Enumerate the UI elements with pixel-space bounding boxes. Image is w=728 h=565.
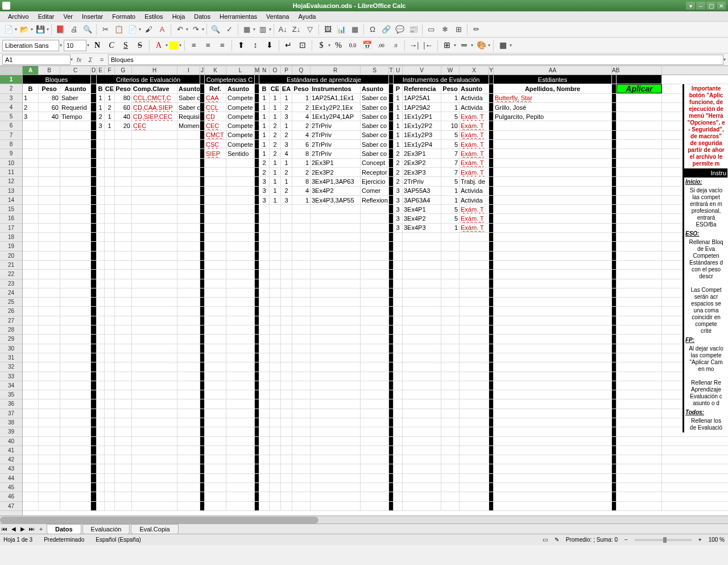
cell[interactable] [200, 121, 205, 130]
cell[interactable] [441, 446, 460, 455]
cell[interactable] [115, 307, 132, 315]
cell[interactable] [617, 455, 662, 464]
cell[interactable]: 1 [270, 177, 281, 185]
dropdown-icon[interactable]: ▾ [471, 43, 473, 48]
cell[interactable] [361, 418, 389, 427]
cell[interactable] [311, 335, 361, 343]
cell[interactable] [259, 427, 270, 436]
cell[interactable]: 2 [270, 131, 281, 139]
sheet-tab-evaluación[interactable]: Evaluación [82, 524, 130, 534]
cell[interactable] [91, 214, 97, 222]
cell[interactable]: CEC [132, 121, 177, 130]
cell[interactable] [281, 288, 292, 297]
column-header[interactable]: O [270, 66, 281, 75]
cell[interactable] [91, 149, 97, 158]
cell[interactable] [617, 372, 662, 381]
cell[interactable] [177, 233, 200, 241]
cell[interactable] [292, 316, 311, 325]
cell[interactable] [23, 455, 39, 464]
maximize-button[interactable]: ▢ [706, 2, 715, 10]
cell[interactable] [617, 149, 662, 158]
cell[interactable] [259, 399, 270, 408]
cell[interactable] [91, 399, 97, 408]
row-header[interactable]: 44 [0, 474, 22, 483]
cell[interactable] [281, 502, 292, 510]
cell[interactable] [39, 261, 60, 269]
cell[interactable] [403, 270, 441, 278]
cell[interactable] [39, 307, 60, 315]
cell[interactable]: Competencias C [205, 75, 255, 84]
cell[interactable] [39, 502, 60, 510]
cell[interactable]: B [259, 84, 270, 93]
row-header[interactable]: 33 [0, 372, 22, 381]
close-button[interactable]: ✕ [717, 2, 726, 10]
cell[interactable] [205, 427, 226, 436]
cell[interactable] [97, 353, 105, 362]
cell[interactable] [115, 362, 132, 371]
cell[interactable] [612, 233, 617, 241]
cell[interactable] [132, 492, 177, 501]
cell[interactable] [23, 251, 39, 260]
cell[interactable]: 2 [281, 131, 292, 139]
cell[interactable] [39, 233, 60, 241]
cell[interactable] [97, 502, 105, 510]
cell[interactable] [255, 75, 259, 84]
column-header[interactable]: A [23, 66, 39, 75]
cell[interactable] [489, 279, 494, 288]
selection-mode-icon[interactable]: ▭ [543, 537, 548, 543]
cell[interactable]: Tiempo [60, 112, 91, 121]
cell[interactable] [97, 270, 105, 278]
cell[interactable] [39, 316, 60, 325]
cell[interactable]: Asunto [177, 84, 200, 93]
cell[interactable] [39, 390, 60, 399]
cell[interactable] [177, 149, 200, 158]
cell[interactable] [292, 437, 311, 446]
cell[interactable] [132, 251, 177, 260]
cell[interactable] [200, 362, 205, 371]
cell[interactable] [255, 437, 259, 446]
cell[interactable] [226, 159, 255, 167]
cell[interactable] [39, 159, 60, 167]
cell[interactable] [132, 325, 177, 334]
cell[interactable] [205, 159, 226, 167]
cell[interactable]: 3 [259, 177, 270, 185]
row-header[interactable]: 43 [0, 464, 22, 473]
cell[interactable] [460, 288, 489, 297]
column-header[interactable]: AA [494, 66, 612, 75]
cell[interactable]: 7 [441, 168, 460, 176]
cell[interactable] [105, 140, 115, 149]
cell[interactable] [361, 233, 389, 241]
cell[interactable] [361, 224, 389, 232]
borders-icon[interactable]: ⊞ [441, 39, 453, 52]
cell[interactable] [177, 409, 200, 418]
show-draw-icon[interactable]: ✏ [470, 23, 482, 36]
cond-format-icon[interactable]: ▦ [497, 39, 509, 52]
cell[interactable] [441, 353, 460, 362]
cell[interactable] [115, 261, 132, 269]
cell[interactable] [91, 177, 97, 185]
cell[interactable] [177, 437, 200, 446]
column-header[interactable]: B [39, 66, 60, 75]
cell[interactable] [97, 344, 105, 353]
cell[interactable] [255, 131, 259, 139]
cell[interactable]: 2Ex3P2 [311, 168, 361, 176]
cell[interactable] [91, 187, 97, 195]
chart-icon[interactable]: 📊 [335, 23, 348, 36]
cell[interactable] [612, 205, 617, 213]
cell[interactable]: Saber co [177, 94, 200, 102]
row-header[interactable]: 29 [0, 335, 22, 344]
cell[interactable] [255, 362, 259, 371]
cell[interactable] [460, 372, 489, 381]
cell[interactable] [617, 307, 662, 315]
cell[interactable] [394, 288, 403, 297]
cell[interactable] [403, 261, 441, 269]
cell[interactable] [489, 75, 494, 84]
cell[interactable] [226, 353, 255, 362]
cell[interactable] [115, 187, 132, 195]
cell[interactable] [389, 196, 394, 204]
cell[interactable] [281, 224, 292, 232]
cell[interactable] [617, 316, 662, 325]
cell[interactable] [226, 464, 255, 473]
cell[interactable] [132, 409, 177, 418]
row-header[interactable]: 34 [0, 381, 22, 390]
